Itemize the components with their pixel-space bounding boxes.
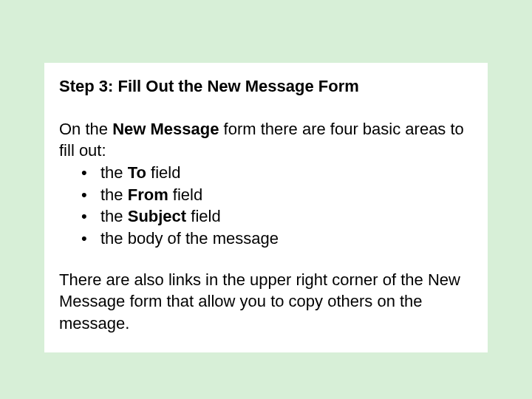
- intro-pre: On the: [59, 120, 112, 138]
- item-pre: the: [100, 185, 128, 204]
- item-pre: the body of the message: [100, 229, 279, 248]
- bullet-list: the To field the From field the Subject …: [81, 162, 473, 250]
- item-pre: the: [100, 163, 128, 182]
- list-item: the To field: [81, 162, 473, 184]
- item-post: field: [146, 163, 180, 182]
- item-bold: Subject: [128, 207, 186, 225]
- item-pre: the: [100, 207, 128, 225]
- intro-paragraph: On the New Message form there are four b…: [59, 118, 473, 162]
- item-post: field: [186, 207, 220, 225]
- list-item: the Subject field: [81, 205, 473, 228]
- outro-paragraph: There are also links in the upper right …: [59, 269, 473, 335]
- instruction-card: Step 3: Fill Out the New Message Form On…: [44, 63, 488, 352]
- item-post: field: [168, 185, 202, 204]
- item-bold: To: [128, 163, 146, 182]
- list-item: the body of the message: [81, 228, 473, 250]
- card-title: Step 3: Fill Out the New Message Form: [59, 76, 473, 98]
- intro-bold: New Message: [112, 120, 219, 138]
- list-item: the From field: [81, 184, 473, 206]
- item-bold: From: [128, 185, 168, 204]
